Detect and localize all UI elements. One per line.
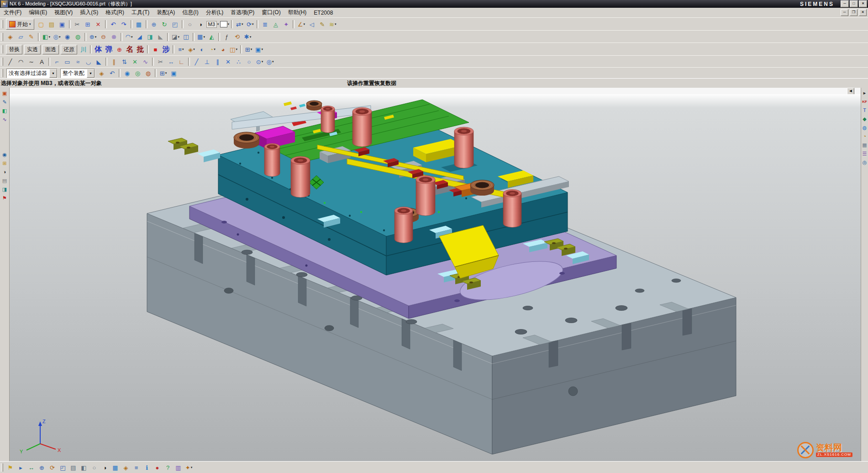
toolbar-grip[interactable] — [1, 45, 3, 53]
hole-icon[interactable]: ◉ — [63, 32, 72, 42]
project-curve-icon[interactable]: ⇅ — [120, 57, 129, 66]
history-palette-icon[interactable]: ◔ — [861, 133, 868, 140]
select-tool-icon[interactable]: ▸ — [16, 463, 26, 472]
datum-plane-icon[interactable]: ▱ — [16, 32, 26, 42]
spring-tool-button[interactable]: 弹 — [104, 45, 114, 54]
chamfer-curve-icon[interactable]: ◣ — [94, 57, 104, 66]
menu-view[interactable]: 视图(V) — [51, 8, 76, 17]
quick-trim-icon[interactable]: ✂ — [156, 57, 165, 66]
selection-priority-icon[interactable]: ◁ — [307, 20, 316, 29]
palette-analysis-icon[interactable]: ◉ — [1, 151, 8, 159]
chevron-down-icon[interactable]: ▾ — [48, 35, 50, 39]
immediate-hide-icon[interactable]: ◕ — [218, 45, 228, 54]
shaded-mode-icon[interactable]: ◑ — [100, 463, 110, 472]
palette-features-icon[interactable]: ◧ — [1, 107, 8, 115]
assembly-load-icon[interactable]: ≣ — [260, 20, 270, 29]
red-block-icon[interactable]: ■ — [151, 45, 160, 54]
perpendicular-constraint-icon[interactable]: ⊥ — [202, 57, 212, 66]
chevron-down-icon[interactable]: ▾ — [250, 35, 252, 39]
palette-curves-icon[interactable]: ∿ — [1, 116, 8, 123]
chevron-down-icon[interactable]: ▾ — [214, 48, 216, 51]
menu-assemblies[interactable]: 装配(A) — [153, 8, 179, 17]
crossing-selection-icon[interactable]: ◍ — [143, 69, 153, 78]
chamfer-icon[interactable]: ◢ — [135, 32, 144, 42]
object-display-icon[interactable]: ◐ — [197, 45, 207, 54]
chevron-down-icon[interactable]: ▾ — [131, 35, 133, 39]
intersect-curve-icon[interactable]: ✕ — [130, 57, 140, 66]
fillet-tool-icon[interactable]: ◡ — [84, 57, 93, 66]
fit-all-icon[interactable]: ◰ — [58, 463, 68, 472]
menu-file[interactable]: 文件(F) — [0, 8, 25, 17]
menu-et2008[interactable]: ET2008 — [310, 9, 337, 17]
menu-insert[interactable]: 插入(S) — [76, 8, 102, 17]
chevron-down-icon[interactable]: ▾ — [191, 466, 193, 469]
toolbar-grip[interactable] — [1, 20, 3, 28]
line-tool-icon[interactable]: ╱ — [5, 57, 15, 66]
message-scroll-left-button[interactable]: ◀ — [847, 88, 854, 95]
chevron-down-icon[interactable]: ▾ — [251, 48, 253, 51]
target-point-icon[interactable]: ⊕ — [115, 45, 124, 54]
task-pane-icon[interactable]: ▥ — [174, 463, 183, 472]
snap-point-icon[interactable]: ◈ — [97, 69, 106, 78]
solid-translucency-mode-button[interactable]: 实透 — [24, 45, 41, 54]
body-tool-button[interactable]: 体 — [94, 45, 103, 54]
grid-display-icon[interactable]: ▦ — [110, 463, 120, 472]
sketch-line-icon[interactable]: ╱ — [192, 57, 201, 66]
maximize-button[interactable]: □ — [850, 0, 858, 7]
web-palette-icon[interactable]: ◎ — [861, 159, 868, 166]
draft-icon[interactable]: ◣ — [156, 32, 165, 42]
menu-window[interactable]: 窗口(O) — [258, 8, 284, 17]
previous-selection-icon[interactable]: ↶ — [107, 69, 117, 78]
undo-icon[interactable]: ↶ — [109, 20, 118, 29]
ruler-icon[interactable]: ≋▾ — [328, 20, 337, 29]
command-finder-icon[interactable]: ⚑ — [5, 463, 15, 472]
extrude-icon[interactable]: ◧▾ — [42, 32, 51, 42]
circle-center-tool-icon[interactable]: ⊙▾ — [255, 57, 264, 66]
face-translucency-mode-button[interactable]: 面透 — [42, 45, 59, 54]
chevron-down-icon[interactable]: ▾ — [203, 35, 205, 39]
feature-replay-icon[interactable]: ⟲ — [232, 32, 242, 42]
help-tool-icon[interactable]: ? — [163, 463, 173, 472]
edit-display-icon[interactable]: ✎ — [317, 20, 327, 29]
subtract-icon[interactable]: ⊖ — [99, 32, 108, 42]
part-cleanup-icon[interactable]: ✱▾ — [243, 32, 253, 42]
minimize-button[interactable]: ─ — [841, 0, 849, 7]
toolbar-grip[interactable] — [1, 58, 3, 66]
cut-icon[interactable]: ✂ — [73, 20, 82, 29]
render-style-button[interactable]: M3▾ — [206, 20, 219, 29]
shaded-display-icon[interactable]: ◑ — [196, 20, 205, 29]
edge-blend-icon[interactable]: ◠▾ — [124, 32, 134, 42]
scroll-right-icon[interactable]: ▸ — [861, 89, 868, 97]
chevron-down-icon[interactable]: ▾ — [193, 48, 195, 51]
selection-filter-dropdown[interactable]: 没有选择过滤器 ▼ — [6, 69, 58, 78]
point-tool-icon[interactable]: ∴ — [234, 57, 243, 66]
chevron-down-icon[interactable]: ▾ — [165, 71, 167, 75]
rotate-object-icon[interactable]: ⟳▾ — [245, 20, 255, 29]
general-selection-icon[interactable]: ⊞▾ — [158, 69, 168, 78]
make-corner-icon[interactable]: ∟ — [177, 57, 186, 66]
wave-link-icon[interactable]: ✦ — [281, 20, 291, 29]
parallel-constraint-icon[interactable]: ∥ — [213, 57, 222, 66]
highlight-block-icon[interactable]: ▣ — [169, 69, 179, 78]
wcs-toggle-icon[interactable]: ◈ — [121, 463, 131, 472]
display-block-icon[interactable]: ▣▾ — [254, 45, 264, 54]
chevron-down-icon[interactable]: ▾ — [178, 35, 179, 39]
boss-icon[interactable]: ◍ — [73, 32, 83, 42]
top-level-selection-icon[interactable]: ◉ — [122, 69, 132, 78]
selection-scope-dropdown[interactable]: 整个装配 ▼ — [60, 69, 95, 78]
info-window-icon[interactable]: ℹ — [142, 463, 152, 472]
delete-icon[interactable]: ✕ — [94, 20, 103, 29]
inside-selection-icon[interactable]: ◎ — [133, 69, 142, 78]
zoom-tool-icon[interactable]: ⊕ — [37, 463, 47, 472]
name-tool-button[interactable]: 名 — [125, 45, 135, 54]
knowledge-fusion-icon[interactable]: KF — [861, 98, 868, 106]
measure-angle-icon[interactable]: ∠▾ — [296, 20, 306, 29]
object-color-button[interactable]: ▾ — [220, 20, 229, 29]
chevron-down-icon[interactable]: ▾ — [236, 48, 237, 51]
chevron-down-icon[interactable]: ▾ — [335, 22, 337, 26]
helix-curve-icon[interactable]: ∿ — [141, 57, 150, 66]
toolbar-grip[interactable] — [1, 33, 3, 41]
sketch-icon[interactable]: ✎ — [26, 32, 36, 42]
intersect-icon[interactable]: ⊗ — [109, 32, 119, 42]
cross-curve-icon[interactable]: ✕ — [223, 57, 233, 66]
